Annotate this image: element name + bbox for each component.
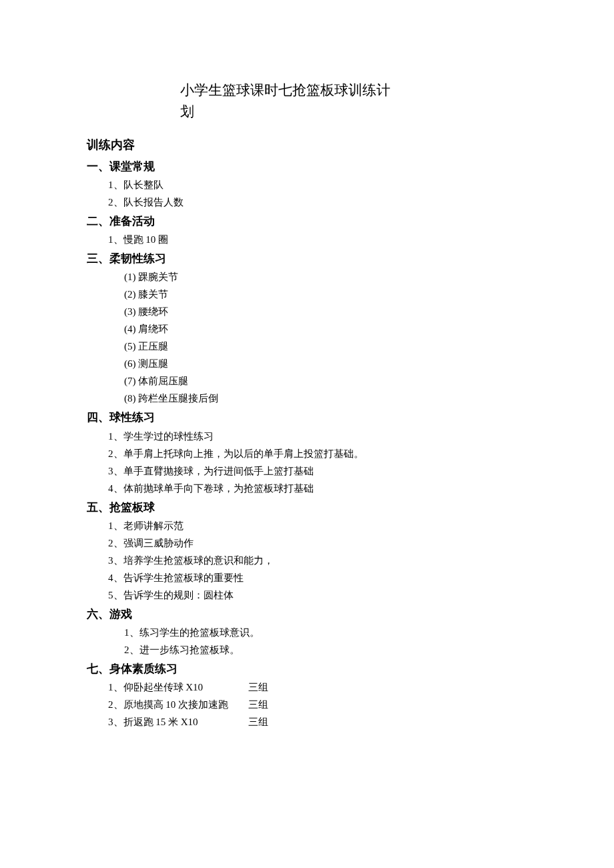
list-item: 1、练习学生的抢篮板球意识。 <box>124 624 527 640</box>
list-item: 1、慢跑 10 圈 <box>108 232 527 248</box>
exercise-name: 2、原地摸高 10 次接加速跑 <box>108 697 248 713</box>
exercise-sets: 三组 <box>248 714 268 730</box>
exercise-name: 3、折返跑 15 米 X10 <box>108 714 248 730</box>
list-item: 1、老师讲解示范 <box>108 518 527 534</box>
list-item: 2、队长报告人数 <box>108 194 527 210</box>
list-item: 5、告诉学生的规则：圆柱体 <box>108 587 527 603</box>
exercise-name: 1、仰卧起坐传球 X10 <box>108 679 248 695</box>
list-item: 2、强调三威胁动作 <box>108 535 527 551</box>
list-item: 2、单手肩上托球向上推，为以后的单手肩上投篮打基础。 <box>108 446 527 462</box>
list-item: (5) 正压腿 <box>124 338 527 354</box>
list-item: (8) 跨栏坐压腿接后倒 <box>124 390 527 406</box>
list-item-row: 3、折返跑 15 米 X10 三组 <box>108 714 527 730</box>
list-item: 1、队长整队 <box>108 177 527 193</box>
list-item: (1) 踝腕关节 <box>124 269 527 285</box>
section-3-heading: 三、柔韧性练习 <box>87 250 527 268</box>
list-item: (4) 肩绕环 <box>124 321 527 337</box>
exercise-sets: 三组 <box>248 679 268 695</box>
document-title: 小学生篮球课时七抢篮板球训练计划 <box>180 80 394 122</box>
list-item: 2、进一步练习抢篮板球。 <box>124 642 527 658</box>
section-4-heading: 四、球性练习 <box>87 408 527 426</box>
list-item-row: 2、原地摸高 10 次接加速跑 三组 <box>108 697 527 713</box>
list-item: (2) 膝关节 <box>124 286 527 302</box>
section-5-heading: 五、抢篮板球 <box>87 498 527 516</box>
exercise-sets: 三组 <box>248 697 268 713</box>
section-2-heading: 二、准备活动 <box>87 212 527 230</box>
list-item: 3、培养学生抢篮板球的意识和能力， <box>108 552 527 568</box>
list-item: 3、单手直臂抛接球，为行进间低手上篮打基础 <box>108 463 527 479</box>
list-item: 4、告诉学生抢篮板球的重要性 <box>108 570 527 586</box>
list-item: 1、学生学过的球性练习 <box>108 428 527 444</box>
list-item: (7) 体前屈压腿 <box>124 373 527 389</box>
list-item-row: 1、仰卧起坐传球 X10 三组 <box>108 679 527 695</box>
content-heading: 训练内容 <box>87 135 527 155</box>
list-item: 4、体前抛球单手向下卷球，为抢篮板球打基础 <box>108 480 527 496</box>
section-6-heading: 六、游戏 <box>87 605 527 623</box>
section-1-heading: 一、课堂常规 <box>87 157 527 175</box>
section-7-heading: 七、身体素质练习 <box>87 660 527 678</box>
list-item: (6) 测压腿 <box>124 356 527 372</box>
list-item: (3) 腰绕环 <box>124 304 527 320</box>
